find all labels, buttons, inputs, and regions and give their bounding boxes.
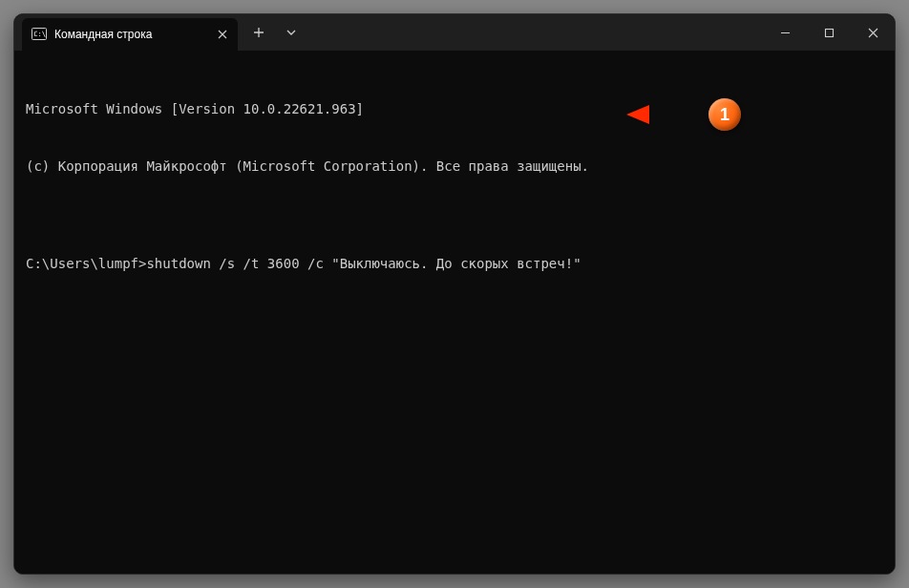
tabbar-actions [238,14,307,51]
minimize-button[interactable] [763,14,807,51]
cmd-icon: C:\ [32,27,47,42]
output-line: Microsoft Windows [Version 10.0.22621.96… [26,99,883,118]
tab-close-button[interactable] [213,25,232,44]
close-button[interactable] [851,14,895,51]
new-tab-button[interactable] [243,18,274,47]
output-line: (c) Корпорация Майкрософт (Microsoft Cor… [26,157,883,176]
tab-active[interactable]: C:\ Командная строка [22,18,238,51]
titlebar: C:\ Командная строка [14,14,895,51]
titlebar-drag-area[interactable] [307,14,763,51]
terminal-body[interactable]: Microsoft Windows [Version 10.0.22621.96… [14,51,895,574]
prompt-line: C:\Users\lumpf>shutdown /s /t 3600 /c "В… [26,254,883,273]
prompt: C:\Users\lumpf> [26,256,146,271]
tab-title: Командная строка [54,28,205,41]
svg-text:C:\: C:\ [33,30,46,38]
svg-rect-2 [825,29,833,36]
tab-dropdown-button[interactable] [276,18,307,47]
terminal-window: C:\ Командная строка [13,13,896,575]
maximize-button[interactable] [807,14,851,51]
command-text: shutdown /s /t 3600 /c "Выключаюсь. До с… [146,256,581,271]
window-controls [763,14,895,51]
